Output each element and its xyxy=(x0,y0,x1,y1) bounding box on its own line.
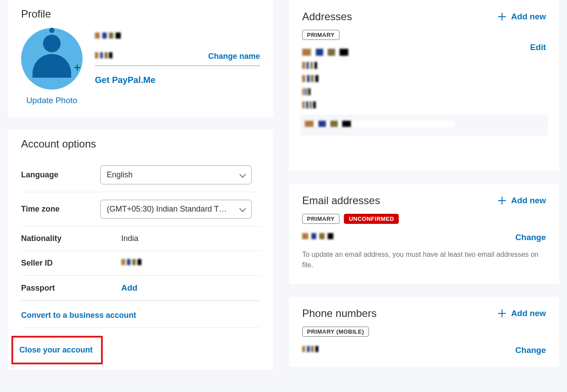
email-addresses-card: Email addresses Add new PRIMARY UNCONFIR… xyxy=(289,184,559,284)
timezone-select[interactable]: (GMT+05:30) Indian Standard T… xyxy=(100,200,252,219)
language-label: Language xyxy=(21,170,100,180)
phones-add-new[interactable]: Add new xyxy=(498,309,546,318)
plus-icon xyxy=(498,197,506,205)
profile-card: Profile + Update Photo Change name xyxy=(8,0,273,117)
timezone-value: (GMT+05:30) Indian Standard T… xyxy=(107,205,227,213)
address-edit-link[interactable]: Edit xyxy=(530,43,546,52)
phones-title: Phone numbers xyxy=(302,307,376,320)
user-name-line1 xyxy=(95,32,178,39)
nationality-value: India xyxy=(100,234,138,243)
phones-add-new-label: Add new xyxy=(511,309,546,318)
get-paypalme-link[interactable]: Get PayPal.Me xyxy=(95,75,155,85)
convert-business-link[interactable]: Convert to a business account xyxy=(21,311,136,320)
addresses-add-new-label: Add new xyxy=(511,12,546,22)
close-account-highlight: Close your account xyxy=(11,336,103,364)
addresses-add-new[interactable]: Add new xyxy=(498,12,546,22)
plus-icon xyxy=(498,13,506,21)
timezone-label: Time zone xyxy=(21,205,100,214)
addresses-title: Addresses xyxy=(302,11,352,23)
language-select[interactable]: English xyxy=(100,165,252,184)
email-unconfirmed-badge: UNCONFIRMED xyxy=(344,214,399,224)
update-photo-link[interactable]: Update Photo xyxy=(26,96,77,105)
emails-title: Email addresses xyxy=(302,194,380,207)
phone-value xyxy=(302,346,355,352)
change-name-link[interactable]: Change name xyxy=(208,52,260,61)
avatar[interactable]: + xyxy=(21,28,83,90)
passport-label: Passport xyxy=(21,284,100,293)
account-options-card: Account options Language English Time zo… xyxy=(8,130,273,370)
phone-change-link[interactable]: Change xyxy=(515,345,546,355)
add-photo-plus-icon: + xyxy=(74,61,81,75)
avatar-placeholder-icon xyxy=(32,35,72,83)
seller-id-label: Seller ID xyxy=(21,259,100,268)
email-hint: To update an email address, you must hav… xyxy=(302,242,546,272)
address-primary-badge: PRIMARY xyxy=(302,30,339,40)
phone-numbers-card: Phone numbers Add new PRIMARY (MOBILE) C… xyxy=(289,297,559,367)
language-value: English xyxy=(107,170,133,179)
addresses-card: Addresses Add new PRIMARY Edit xyxy=(289,0,559,171)
user-name-line2 xyxy=(95,52,152,58)
close-account-link[interactable]: Close your account xyxy=(19,345,93,354)
emails-add-new[interactable]: Add new xyxy=(498,196,546,205)
address-lines xyxy=(302,49,546,108)
email-change-link[interactable]: Change xyxy=(515,233,546,242)
email-value xyxy=(302,233,403,239)
emails-add-new-label: Add new xyxy=(511,196,546,205)
plus-icon xyxy=(498,309,506,317)
profile-title: Profile xyxy=(21,8,260,20)
phone-primary-mobile-badge: PRIMARY (MOBILE) xyxy=(302,327,369,337)
account-options-title: Account options xyxy=(21,138,260,150)
passport-add-link[interactable]: Add xyxy=(121,283,137,292)
nationality-label: Nationality xyxy=(21,234,100,243)
seller-id-value xyxy=(121,259,187,265)
email-primary-badge: PRIMARY xyxy=(302,214,339,224)
